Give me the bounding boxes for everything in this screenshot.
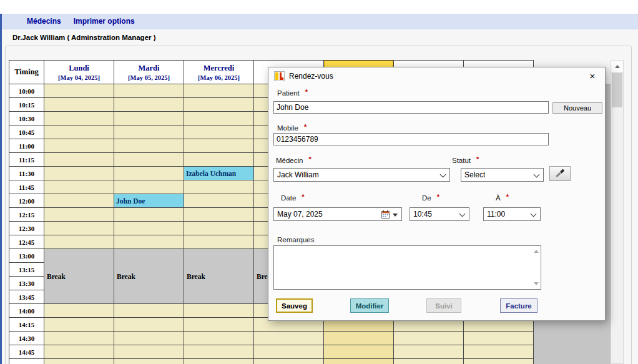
- schedule-cell[interactable]: [44, 180, 114, 194]
- vertical-scrollbar[interactable]: [611, 60, 624, 364]
- schedule-cell[interactable]: [324, 345, 394, 359]
- schedule-cell[interactable]: [464, 332, 534, 345]
- time-cell: 10:45: [9, 125, 44, 139]
- schedule-cell[interactable]: [44, 304, 114, 318]
- time-cell: 14:15: [9, 318, 44, 332]
- schedule-cell[interactable]: [254, 332, 324, 345]
- date-label: Date*: [281, 194, 305, 202]
- medecin-label-text: Médecin: [276, 157, 303, 164]
- from-time-label: De*: [422, 194, 439, 202]
- schedule-cell[interactable]: [44, 332, 114, 345]
- schedule-cell[interactable]: [114, 345, 184, 359]
- schedule-cell[interactable]: [44, 125, 114, 139]
- schedule-cell[interactable]: [114, 304, 184, 318]
- appointment-dialog-icon: [274, 71, 285, 81]
- patient-input[interactable]: [273, 101, 549, 114]
- status-brush-button[interactable]: [549, 166, 571, 181]
- schedule-cell[interactable]: [114, 208, 184, 222]
- schedule-cell[interactable]: [184, 304, 254, 318]
- schedule-cell[interactable]: [184, 208, 254, 222]
- schedule-cell[interactable]: [184, 345, 254, 359]
- schedule-cell[interactable]: [44, 112, 114, 125]
- menu-item-2[interactable]: Imprimer options: [67, 17, 141, 26]
- suivi-button: Suivi: [426, 298, 461, 313]
- schedule-cell[interactable]: [114, 318, 184, 332]
- schedule-cell[interactable]: [184, 153, 254, 167]
- schedule-cell[interactable]: [324, 359, 394, 364]
- schedule-cell[interactable]: [114, 153, 184, 167]
- appointment-cell[interactable]: Izabela Uchman: [184, 167, 254, 180]
- schedule-cell[interactable]: [184, 139, 254, 153]
- schedule-cell[interactable]: [184, 194, 254, 208]
- schedule-cell[interactable]: [44, 359, 114, 364]
- schedule-cell[interactable]: [184, 84, 254, 98]
- scroll-up-button[interactable]: [611, 61, 623, 72]
- mobile-input[interactable]: [273, 133, 549, 145]
- schedule-cell[interactable]: [44, 84, 114, 98]
- schedule-cell[interactable]: [184, 359, 254, 364]
- schedule-cell[interactable]: [44, 98, 114, 112]
- schedule-cell[interactable]: [254, 359, 324, 364]
- schedule-cell[interactable]: [114, 98, 184, 112]
- schedule-cell[interactable]: [394, 359, 464, 364]
- nouveau-button[interactable]: Nouveau: [552, 102, 602, 114]
- schedule-cell[interactable]: [184, 112, 254, 125]
- caret-down-icon: [393, 214, 398, 217]
- schedule-cell[interactable]: [44, 194, 114, 208]
- schedule-cell[interactable]: [464, 359, 534, 364]
- schedule-cell[interactable]: [44, 167, 114, 180]
- schedule-cell[interactable]: [114, 125, 184, 139]
- remarques-textarea[interactable]: [274, 246, 541, 289]
- schedule-cell[interactable]: [114, 359, 184, 364]
- schedule-cell[interactable]: [114, 112, 184, 125]
- schedule-cell[interactable]: [114, 222, 184, 235]
- schedule-cell[interactable]: [44, 318, 114, 332]
- schedule-cell[interactable]: [44, 222, 114, 235]
- menu-bar: MédecinsImprimer options: [0, 14, 638, 29]
- rendezvous-dialog: Rendez-vous × Patient* Nouveau Mobile* M…: [268, 67, 606, 321]
- date-picker[interactable]: May 07, 2025: [273, 207, 402, 221]
- schedule-cell[interactable]: [184, 125, 254, 139]
- schedule-cell[interactable]: [44, 153, 114, 167]
- scrollbar-thumb[interactable]: [612, 73, 622, 107]
- facture-button[interactable]: Facture: [500, 298, 537, 313]
- schedule-cell[interactable]: [44, 208, 114, 222]
- appointment-cell[interactable]: John Doe: [114, 194, 184, 208]
- schedule-cell[interactable]: [44, 345, 114, 359]
- schedule-cell[interactable]: [254, 345, 324, 359]
- schedule-cell[interactable]: [394, 345, 464, 359]
- statut-dropdown[interactable]: Select: [461, 168, 544, 182]
- medecin-dropdown[interactable]: Jack William: [273, 168, 450, 182]
- schedule-cell[interactable]: [394, 332, 464, 345]
- schedule-cell[interactable]: [184, 318, 254, 332]
- sauvegarder-button[interactable]: Sauveg: [276, 298, 313, 313]
- schedule-cell[interactable]: [184, 235, 254, 249]
- schedule-cell[interactable]: [44, 139, 114, 153]
- schedule-cell[interactable]: [114, 332, 184, 345]
- modifier-button[interactable]: Modifier: [350, 298, 389, 313]
- time-cell: 10:30: [9, 112, 44, 125]
- close-button[interactable]: ×: [586, 71, 599, 81]
- schedule-cell[interactable]: [184, 98, 254, 112]
- schedule-cell[interactable]: [114, 84, 184, 98]
- schedule-cell[interactable]: [44, 235, 114, 249]
- schedule-cell[interactable]: [184, 222, 254, 235]
- schedule-cell[interactable]: [114, 235, 184, 249]
- day-header-mardi: Mardi[May 05, 2025]: [114, 61, 184, 84]
- schedule-cell[interactable]: [184, 332, 254, 345]
- schedule-cell[interactable]: [114, 139, 184, 153]
- time-cell: 11:00: [9, 139, 44, 153]
- required-asterisk: *: [308, 155, 311, 163]
- schedule-cell[interactable]: [114, 180, 184, 194]
- schedule-cell[interactable]: [464, 345, 534, 359]
- menu-item-1[interactable]: Médecins: [21, 17, 67, 26]
- from-time-dropdown[interactable]: 10:45: [410, 207, 469, 221]
- to-time-dropdown[interactable]: 11:00: [483, 207, 541, 221]
- break-cell: Break: [44, 249, 114, 304]
- schedule-cell[interactable]: [184, 180, 254, 194]
- schedule-cell[interactable]: [324, 332, 394, 345]
- schedule-cell[interactable]: [114, 167, 184, 180]
- day-header-lundi: Lundi[May 04, 2025]: [44, 61, 114, 84]
- chevron-down-icon: [534, 172, 540, 178]
- dialog-titlebar[interactable]: Rendez-vous ×: [268, 67, 605, 84]
